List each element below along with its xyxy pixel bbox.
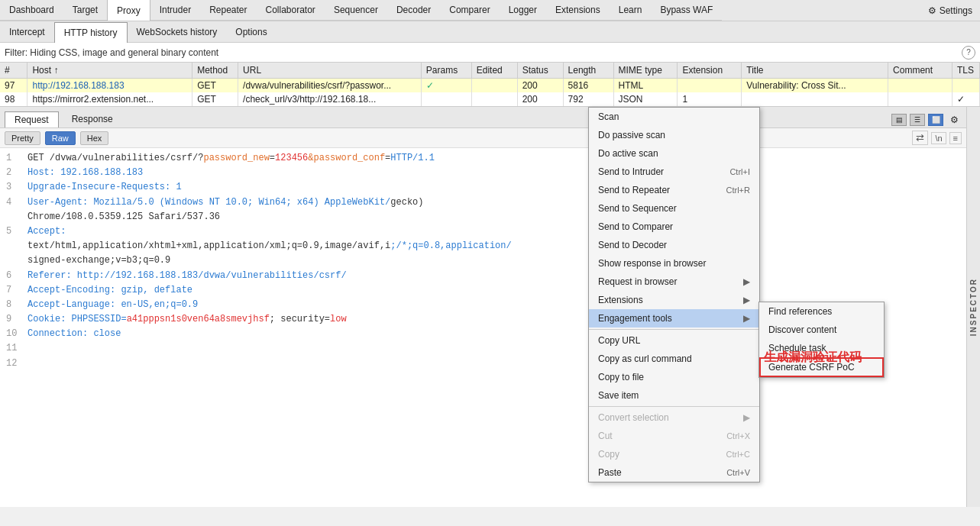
- col-extension[interactable]: Extension: [678, 63, 742, 79]
- nav-comparer[interactable]: Comparer: [440, 0, 499, 21]
- inspector-panel[interactable]: INSPECTOR: [966, 107, 980, 507]
- menu-item-scan[interactable]: Scan: [589, 108, 759, 126]
- menu-item-copy-url[interactable]: Copy URL: [589, 331, 759, 350]
- view-list-icon[interactable]: ☰: [910, 114, 925, 126]
- req-resp-tab-bar: Request Response ▤ ☰ ⬜ ⚙: [0, 107, 966, 128]
- nav-decoder[interactable]: Decoder: [387, 0, 440, 21]
- view-raw[interactable]: Raw: [45, 131, 76, 145]
- context-menu: Scan Do passive scan Do active scan Send…: [588, 107, 760, 482]
- menu-divider-2: [589, 406, 759, 407]
- menu-item-copy-curl[interactable]: Copy as curl command: [589, 350, 759, 368]
- menu-item-send-comparer[interactable]: Send to Comparer: [589, 218, 759, 236]
- col-mime[interactable]: MIME type: [613, 63, 678, 79]
- col-tls[interactable]: TLS: [952, 63, 979, 79]
- menu-item-passive-scan[interactable]: Do passive scan: [589, 126, 759, 144]
- sub-http-history[interactable]: HTTP history: [54, 22, 128, 43]
- view-toolbar: Pretty Raw Hex ⇄ \n ≡: [0, 128, 966, 148]
- col-num[interactable]: #: [0, 63, 27, 79]
- menu-item-copy[interactable]: Copy Ctrl+C: [589, 445, 759, 463]
- code-line-3: 3 Upgrade-Insecure-Requests: 1: [6, 180, 960, 195]
- nav-intruder[interactable]: Intruder: [150, 0, 200, 21]
- menu-item-engagement-tools[interactable]: Engagement tools ▶: [589, 309, 759, 328]
- col-status[interactable]: Status: [517, 63, 563, 79]
- submenu-discover-content[interactable]: Discover content: [759, 321, 884, 339]
- top-nav: Dashboard Target Proxy Intruder Repeater…: [0, 0, 980, 21]
- filter-input[interactable]: [5, 47, 962, 58]
- code-line-5b: text/html,application/xhtml+xml,applicat…: [6, 239, 960, 253]
- newline-icon[interactable]: \n: [931, 132, 946, 144]
- filter-help-icon[interactable]: ?: [962, 46, 975, 60]
- code-line-5c: signed-exchange;v=b3;q=0.9: [6, 253, 960, 268]
- menu-item-send-decoder[interactable]: Send to Decoder: [589, 236, 759, 254]
- code-line-2: 2 Host: 192.168.188.183: [6, 166, 960, 180]
- code-line-5: 5 Accept:: [6, 224, 960, 239]
- menu-item-active-scan[interactable]: Do active scan: [589, 144, 759, 163]
- nav-bypass-waf[interactable]: Bypass WAF: [651, 0, 722, 21]
- nav-extensions[interactable]: Extensions: [546, 0, 610, 21]
- nav-collaborator[interactable]: Collaborator: [257, 0, 325, 21]
- bottom-section: Request Response ▤ ☰ ⬜ ⚙ Pretty Raw Hex …: [0, 107, 980, 507]
- settings-button[interactable]: ⚙ Settings: [920, 5, 980, 16]
- col-params[interactable]: Params: [421, 63, 471, 79]
- code-line-6: 6 Referer: http://192.168.188.183/dvwa/v…: [6, 269, 960, 283]
- code-line-4: 4 User-Agent: Mozilla/5.0 (Windows NT 10…: [6, 195, 960, 210]
- menu-item-show-response[interactable]: Show response in browser: [589, 254, 759, 273]
- code-line-7: 7 Accept-Encoding: gzip, deflate: [6, 283, 960, 298]
- filter-bar: ?: [0, 43, 980, 63]
- format-icon[interactable]: ≡: [949, 132, 962, 144]
- nav-learn[interactable]: Learn: [610, 0, 652, 21]
- settings-panel-icon[interactable]: ⚙: [946, 114, 962, 126]
- sub-nav: Intercept HTTP history WebSockets histor…: [0, 21, 980, 43]
- wrap-icon[interactable]: ⇄: [912, 131, 928, 145]
- tab-request[interactable]: Request: [5, 111, 59, 127]
- csrf-note: 生成漏洞验证代码: [764, 350, 862, 366]
- col-url[interactable]: URL: [238, 63, 422, 79]
- menu-item-send-intruder[interactable]: Send to Intruder Ctrl+I: [589, 163, 759, 181]
- sub-intercept[interactable]: Intercept: [0, 21, 54, 42]
- col-length[interactable]: Length: [563, 63, 613, 79]
- tab-response[interactable]: Response: [62, 111, 123, 127]
- col-edited[interactable]: Edited: [471, 63, 517, 79]
- menu-item-save-item[interactable]: Save item: [589, 386, 759, 405]
- nav-proxy[interactable]: Proxy: [107, 0, 150, 21]
- menu-item-paste[interactable]: Paste Ctrl+V: [589, 463, 759, 482]
- code-line-1: 1 GET /dvwa/vulnerabilities/csrf/?passwo…: [6, 151, 960, 166]
- col-title[interactable]: Title: [742, 63, 888, 79]
- menu-item-send-sequencer[interactable]: Send to Sequencer: [589, 199, 759, 218]
- view-panel-icon[interactable]: ▤: [891, 114, 907, 126]
- sub-websockets-history[interactable]: WebSockets history: [128, 21, 227, 42]
- view-full-icon[interactable]: ⬜: [928, 114, 943, 126]
- menu-item-copy-to-file[interactable]: Copy to file: [589, 368, 759, 386]
- nav-repeater[interactable]: Repeater: [200, 0, 256, 21]
- col-method[interactable]: Method: [192, 63, 238, 79]
- http-history-table: # Host ↑ Method URL Params Edited Status…: [0, 63, 980, 107]
- view-hex[interactable]: Hex: [80, 131, 109, 145]
- menu-item-send-repeater[interactable]: Send to Repeater Ctrl+R: [589, 181, 759, 199]
- sub-options[interactable]: Options: [226, 21, 276, 42]
- menu-divider-1: [589, 329, 759, 330]
- menu-item-request-browser[interactable]: Request in browser ▶: [589, 273, 759, 291]
- code-line-4b: Chrome/108.0.5359.125 Safari/537.36: [6, 210, 960, 224]
- menu-item-extensions[interactable]: Extensions ▶: [589, 291, 759, 309]
- table-row[interactable]: 97 http://192.168.188.183 GET /dvwa/vuln…: [0, 79, 980, 93]
- menu-item-cut[interactable]: Cut Ctrl+X: [589, 427, 759, 445]
- nav-dashboard[interactable]: Dashboard: [0, 0, 63, 21]
- submenu-find-references[interactable]: Find references: [759, 302, 884, 321]
- nav-logger[interactable]: Logger: [500, 0, 546, 21]
- inspector-label: INSPECTOR: [969, 278, 978, 336]
- col-comment[interactable]: Comment: [888, 63, 953, 79]
- view-pretty[interactable]: Pretty: [5, 131, 40, 145]
- col-host[interactable]: Host ↑: [27, 63, 192, 79]
- engagement-submenu: Find references Discover content Schedul…: [758, 302, 885, 378]
- menu-item-convert-selection[interactable]: Convert selection ▶: [589, 408, 759, 427]
- nav-target[interactable]: Target: [63, 0, 107, 21]
- nav-sequencer[interactable]: Sequencer: [325, 0, 387, 21]
- table-row[interactable]: 98 https://mirror2.extension.net... GET …: [0, 92, 980, 106]
